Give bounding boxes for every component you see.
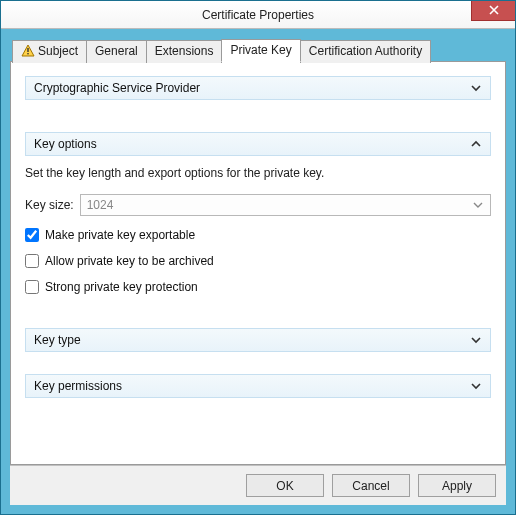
tab-private-key[interactable]: Private Key (221, 39, 300, 62)
tab-label: Certification Authority (309, 44, 422, 58)
section-title: Key permissions (34, 379, 122, 393)
tab-general[interactable]: General (86, 40, 147, 63)
button-label: Apply (442, 479, 472, 493)
archived-row: Allow private key to be archived (25, 254, 491, 268)
ok-button[interactable]: OK (246, 474, 324, 497)
exportable-row: Make private key exportable (25, 228, 491, 242)
tab-label: Subject (38, 44, 78, 58)
section-key-options[interactable]: Key options (25, 132, 491, 156)
dialog-body: Subject General Extensions Private Key C… (1, 29, 515, 514)
apply-button[interactable]: Apply (418, 474, 496, 497)
warning-icon (21, 44, 35, 58)
chevron-down-icon (470, 82, 482, 94)
tab-label: Private Key (230, 43, 291, 57)
tab-cert-authority[interactable]: Certification Authority (300, 40, 431, 63)
cancel-button[interactable]: Cancel (332, 474, 410, 497)
chevron-up-icon (470, 138, 482, 150)
chevron-down-icon (470, 380, 482, 392)
section-title: Key options (34, 137, 97, 151)
tab-label: Extensions (155, 44, 214, 58)
section-title: Key type (34, 333, 81, 347)
archived-checkbox[interactable] (25, 254, 39, 268)
section-description: Set the key length and export options fo… (25, 166, 491, 180)
close-button[interactable] (471, 1, 515, 21)
titlebar: Certificate Properties (1, 1, 515, 29)
chevron-down-icon (470, 334, 482, 346)
key-size-select[interactable]: 1024 (80, 194, 491, 216)
tabstrip: Subject General Extensions Private Key C… (10, 38, 506, 61)
section-key-type[interactable]: Key type (25, 328, 491, 352)
dialog-button-row: OK Cancel Apply (10, 465, 506, 505)
strong-row: Strong private key protection (25, 280, 491, 294)
window-title: Certificate Properties (202, 8, 314, 22)
exportable-checkbox[interactable] (25, 228, 39, 242)
tab-extensions[interactable]: Extensions (146, 40, 223, 63)
exportable-label: Make private key exportable (45, 228, 195, 242)
section-title: Cryptographic Service Provider (34, 81, 200, 95)
close-icon (489, 4, 499, 18)
button-label: Cancel (352, 479, 389, 493)
tab-panel: Cryptographic Service Provider Key optio… (10, 61, 506, 465)
strong-label: Strong private key protection (45, 280, 198, 294)
chevron-down-icon (472, 199, 484, 211)
button-label: OK (276, 479, 293, 493)
key-size-label: Key size: (25, 198, 74, 212)
key-size-row: Key size: 1024 (25, 194, 491, 216)
section-key-permissions[interactable]: Key permissions (25, 374, 491, 398)
svg-rect-1 (27, 48, 28, 52)
dialog-window: Certificate Properties Subject General E… (0, 0, 516, 515)
strong-checkbox[interactable] (25, 280, 39, 294)
tab-subject[interactable]: Subject (12, 40, 87, 63)
archived-label: Allow private key to be archived (45, 254, 214, 268)
svg-rect-2 (27, 53, 28, 54)
key-size-value: 1024 (87, 198, 114, 212)
tab-label: General (95, 44, 138, 58)
section-csp[interactable]: Cryptographic Service Provider (25, 76, 491, 100)
